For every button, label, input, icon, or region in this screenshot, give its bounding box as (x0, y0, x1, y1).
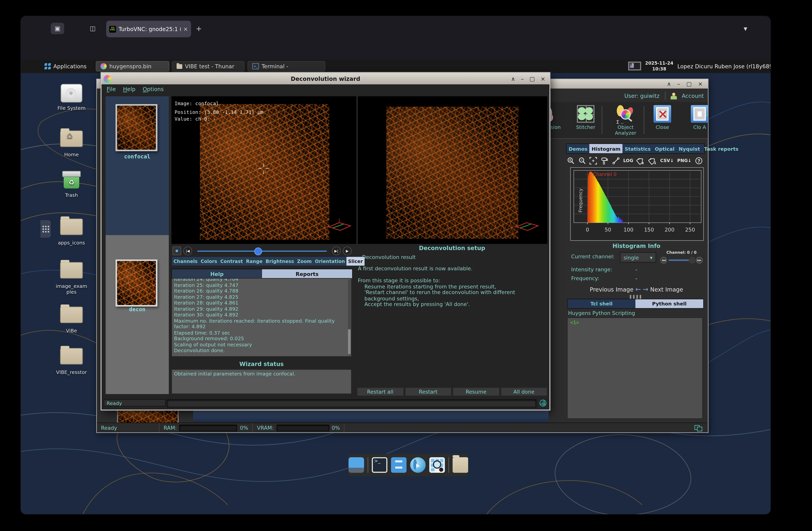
desktop-icon-image-examples[interactable]: image_examples (50, 260, 93, 295)
panel-clock[interactable]: 2025-11-24 10:38 (644, 61, 674, 71)
tab-zoom[interactable]: Zoom (295, 257, 314, 266)
all-done-button[interactable]: All done (501, 387, 548, 396)
slice-slider-thumb[interactable] (254, 247, 262, 255)
tab-optical[interactable]: Optical (653, 144, 677, 153)
panel-drawer-handle[interactable] (40, 220, 51, 238)
tabs-chevron-icon[interactable]: ▾ (744, 24, 748, 33)
workspace-pager[interactable] (628, 61, 641, 71)
confocal-thumbnail[interactable] (115, 104, 157, 151)
new-tab-button[interactable]: + (196, 24, 202, 33)
export-png-button[interactable]: PNG↓ (677, 158, 692, 163)
log-scrollbar[interactable] (348, 280, 350, 355)
tag-download-icon[interactable]: ↓ (648, 157, 657, 164)
firefox-view-icon[interactable]: ▣ (51, 23, 64, 34)
tab-contrast[interactable]: Contrast (219, 257, 244, 266)
toolbar-item-close[interactable]: × Close (648, 104, 677, 130)
zoom-fit-icon[interactable] (590, 157, 597, 164)
tag-remove-icon[interactable]: x (637, 157, 645, 164)
arrow-right-icon[interactable]: → (643, 285, 648, 293)
tab-tcl-shell[interactable]: Tcl shell (567, 299, 635, 308)
tab-orientation[interactable]: Orientation (314, 257, 347, 266)
minimize-icon[interactable]: – (677, 80, 680, 87)
export-csv-button[interactable]: CSV↓ (660, 158, 673, 163)
web-browser-icon[interactable] (410, 457, 425, 473)
zoom-in-icon[interactable] (567, 157, 575, 164)
tab-task-reports[interactable]: Task reports (702, 144, 740, 153)
arrow-left-icon[interactable]: ← (635, 285, 641, 293)
maximize-icon[interactable]: ▢ (686, 80, 692, 87)
shade-icon[interactable]: ∧ (667, 80, 671, 87)
slice-first-button[interactable]: |◀ (183, 246, 192, 255)
menu-options[interactable]: Options (143, 86, 164, 92)
channel-next-icon[interactable]: ▶▶ (696, 256, 703, 263)
decon-thumbnail[interactable] (115, 260, 157, 307)
viewer-original[interactable]: Image: confocal Position: (3.80 -1.14 1.… (171, 96, 356, 244)
toolbar-item-partial[interactable]: sion (549, 104, 566, 130)
applications-menu[interactable]: Applications (45, 63, 87, 69)
slice-play-button[interactable]: ▶ (343, 246, 352, 255)
log-scale-button[interactable]: LOG (623, 158, 633, 163)
restart-all-button[interactable]: Restart all (357, 387, 404, 396)
tab-statistics[interactable]: Statistics (623, 144, 653, 153)
log-scrollbar-thumb[interactable] (348, 329, 350, 354)
taskbar-window-huygenspro[interactable]: huygenspro.bin (96, 61, 170, 72)
zoom-out-icon[interactable] (578, 157, 586, 164)
desktop-icon-apps-icons[interactable]: apps_icons (50, 217, 93, 246)
tab-range[interactable]: Range (245, 257, 264, 266)
close-icon[interactable]: × (698, 80, 703, 87)
slice-slider-track[interactable] (197, 250, 327, 251)
channel-slider[interactable]: ◀◀ ▶▶ (660, 256, 703, 264)
tab-channels[interactable]: Channels (172, 257, 199, 266)
menu-help[interactable]: Help (123, 86, 135, 92)
desktop-icon-trash[interactable]: ♻ Trash (50, 171, 93, 198)
python-shell-console[interactable]: <1> (567, 318, 703, 419)
toolbar-item-stitcher[interactable]: Stitcher (571, 104, 600, 130)
channel-select[interactable]: single▾ (620, 252, 656, 263)
channel-slider-track[interactable] (669, 259, 695, 261)
next-image-button[interactable]: Next Image (650, 286, 683, 293)
decon-image[interactable] (386, 107, 518, 239)
tab-close-icon[interactable]: × (183, 26, 188, 32)
tab-help[interactable]: Help (172, 269, 262, 279)
toolbar-item-object-analyzer[interactable]: Σ .. Object Analyzer (610, 104, 642, 136)
tab-box-icon[interactable]: ◫ (86, 23, 99, 34)
maximize-icon[interactable]: ▢ (530, 75, 535, 82)
thumbnail-section-decon[interactable]: decon (105, 235, 169, 394)
minimize-icon[interactable]: – (521, 75, 524, 82)
wizard-titlebar[interactable]: Deconvolution wizard ∧ – ▢ × (102, 73, 549, 84)
menu-file[interactable]: File (107, 86, 116, 92)
file-manager-icon[interactable] (391, 457, 406, 473)
desktop-icon-file-system[interactable]: File System (50, 83, 93, 111)
desktop-icon-vibe-resstor[interactable]: VIBE_resstor (50, 346, 93, 375)
channel-slider-knob[interactable] (689, 256, 695, 263)
paint-tool-icon[interactable] (601, 157, 608, 164)
thumbnail-section-confocal[interactable]: confocal (105, 96, 169, 235)
show-desktop-icon[interactable] (348, 457, 364, 473)
histogram-chart[interactable]: 050100150200250 —Channel 0 Frequency (570, 167, 704, 241)
tab-reports[interactable]: Reports (262, 269, 352, 279)
reports-log[interactable]: Iteration 24: quality 4.704Iteration 25:… (171, 278, 352, 357)
taskbar-window-terminal[interactable]: >_ Terminal - (248, 61, 325, 72)
tab-nyquist[interactable]: Nyquist (677, 144, 702, 153)
restart-button[interactable]: Restart (405, 387, 451, 396)
folder-icon[interactable] (452, 457, 468, 473)
channel-prev-icon[interactable]: ◀◀ (660, 256, 667, 263)
help-icon[interactable]: ? (695, 157, 702, 164)
tab-colors[interactable]: Colors (199, 257, 219, 266)
browser-tab[interactable]: TOVNC TurboVNC: gnode25:1 (rl18y68 × (106, 21, 191, 37)
shade-icon[interactable]: ∧ (511, 75, 515, 82)
slice-last-button[interactable]: ▶| (332, 246, 341, 255)
resume-button[interactable]: Resume (453, 387, 499, 396)
desktop-icon-home[interactable]: Home (50, 129, 93, 158)
viewer-result[interactable] (358, 96, 547, 244)
terminal-icon[interactable]: >_ (372, 457, 387, 473)
toolbar-item-close-all[interactable]: ➜ Clo A (685, 104, 708, 130)
close-icon[interactable]: × (540, 75, 545, 82)
slice-dot-button[interactable] (173, 246, 182, 255)
taskbar-window-thunar[interactable]: VIBE test - Thunar (172, 61, 245, 72)
account-button[interactable]: Account (682, 93, 704, 99)
tab-python-shell[interactable]: Python shell (635, 299, 704, 308)
tab-demos[interactable]: Demos (567, 144, 590, 153)
tab-brightness[interactable]: Brightness (264, 257, 295, 266)
app-finder-icon[interactable] (429, 457, 445, 473)
